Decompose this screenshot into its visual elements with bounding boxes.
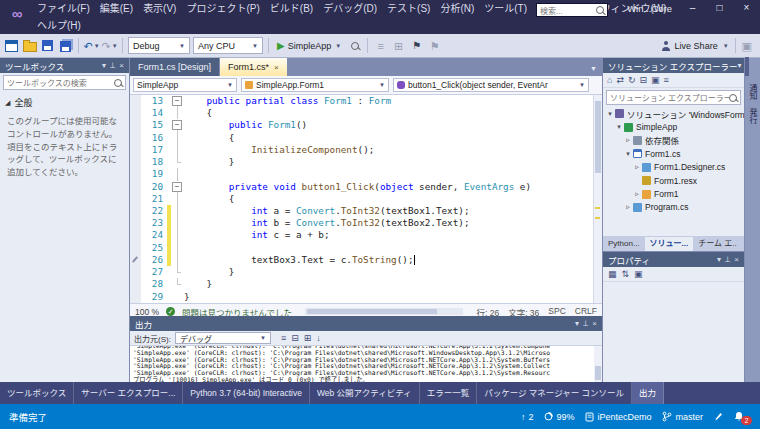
push-commits-button[interactable]: ↑2 xyxy=(521,412,534,422)
pin-icon[interactable]: ⟂ xyxy=(725,252,730,267)
code-line[interactable]: 22 int a = Convert.ToInt32(textBox1.Text… xyxy=(130,205,602,217)
menu-item[interactable]: ビルド(B) xyxy=(265,0,318,17)
tool-window-tab[interactable]: Python 3.7 (64-bit) Interactive xyxy=(183,382,310,404)
quick-search-box[interactable]: 検索... xyxy=(536,3,608,17)
code-line[interactable]: 29} xyxy=(130,291,602,303)
expand-arrow-icon[interactable]: ▹ xyxy=(633,190,641,198)
autohide-window-icon[interactable] xyxy=(747,57,749,76)
breakpoint-margin[interactable] xyxy=(130,132,141,144)
tool-window-tab[interactable]: エラー一覧 xyxy=(420,382,478,404)
chevron-down-icon[interactable]: ▾ xyxy=(102,58,106,73)
document-tab[interactable]: Form1.cs*× xyxy=(220,58,287,76)
bookmark-button[interactable]: ⚑ xyxy=(409,38,424,54)
menu-item[interactable]: デバッグ(D) xyxy=(318,0,382,17)
editor-scrollbar[interactable] xyxy=(593,95,602,303)
pin-icon[interactable]: ⟂ xyxy=(110,58,115,73)
expand-arrow-icon[interactable]: ▾ xyxy=(606,110,614,118)
refresh-icon[interactable]: ↻ xyxy=(628,75,636,85)
outline-margin[interactable] xyxy=(171,156,184,168)
scrollbar-thumb[interactable] xyxy=(595,366,601,380)
breakpoint-margin[interactable] xyxy=(130,119,141,131)
code-line[interactable]: 20 private void button1_Click(object sen… xyxy=(130,181,602,193)
start-debugging-button[interactable]: ▶ SimpleApp ▼ xyxy=(274,40,344,51)
tool-window-tab[interactable]: パッケージ マネージャー コンソール xyxy=(477,382,632,404)
outline-margin[interactable] xyxy=(171,107,184,119)
member-dropdown[interactable]: button1_Click(object sender, EventAr▼ xyxy=(393,78,589,92)
output-source-dropdown[interactable]: デバッグ▼ xyxy=(175,332,271,344)
expand-arrow-icon[interactable]: ▹ xyxy=(624,203,632,211)
breakpoint-margin[interactable] xyxy=(130,229,141,241)
chevron-down-icon[interactable]: ▾ xyxy=(737,58,741,73)
live-share-button[interactable]: Live Share xyxy=(675,41,718,51)
outline-margin[interactable] xyxy=(171,193,184,205)
performance-indicator[interactable]: 99% xyxy=(544,412,574,422)
code-line[interactable]: 15 public Form1() xyxy=(130,119,602,131)
breakpoint-margin[interactable] xyxy=(130,156,141,168)
tool-window-tab[interactable]: Web 公開アクティビティ xyxy=(310,382,420,404)
tree-item[interactable]: Form1.resx xyxy=(603,174,744,187)
pending-changes-button[interactable] xyxy=(714,412,723,422)
minimize-button[interactable]: – xyxy=(679,0,706,17)
home-icon[interactable]: ⌂ xyxy=(607,75,612,85)
outline-margin[interactable] xyxy=(171,181,184,193)
undo-button[interactable]: ↶▼ xyxy=(84,38,99,54)
collapse-all-icon[interactable]: ⊟ xyxy=(640,75,648,85)
code-line[interactable]: 16 { xyxy=(130,132,602,144)
outline-margin[interactable] xyxy=(171,119,184,131)
solution-configuration-dropdown[interactable]: Debug▼ xyxy=(128,37,190,54)
feedback-icon[interactable]: ▣ xyxy=(742,38,752,54)
properties-icon[interactable]: ≡ xyxy=(664,75,669,85)
panel-tab[interactable]: Python... xyxy=(603,237,645,251)
close-icon[interactable]: × xyxy=(592,316,597,331)
tool-window-tab[interactable]: サーバー エクスプロー... xyxy=(74,382,183,404)
close-icon[interactable]: × xyxy=(734,252,739,267)
code-line[interactable]: 21 { xyxy=(130,193,602,205)
tree-item[interactable]: ▹Program.cs xyxy=(603,201,744,214)
categorized-icon[interactable]: ▦ xyxy=(608,269,617,279)
notifications-button[interactable]: 2 xyxy=(734,411,750,422)
outline-margin[interactable] xyxy=(171,254,184,266)
menu-item[interactable]: テスト(S) xyxy=(382,0,435,17)
word-wrap-icon[interactable]: ⊞ xyxy=(304,333,312,343)
code-line[interactable]: 19 xyxy=(130,168,602,180)
expand-arrow-icon[interactable]: ▹ xyxy=(624,136,632,144)
find-message-icon[interactable]: ≡ xyxy=(281,333,286,343)
menu-item[interactable]: 分析(N) xyxy=(435,0,479,17)
tree-item[interactable]: ▾SimpleApp xyxy=(603,120,744,133)
bookmark-next-button[interactable]: ⚑ xyxy=(427,38,442,54)
breakpoint-margin[interactable] xyxy=(130,95,141,107)
code-line[interactable]: 13 public partial class Form1 : Form xyxy=(130,95,602,107)
maximize-button[interactable]: □ xyxy=(706,0,733,17)
outline-margin[interactable] xyxy=(171,242,184,254)
solution-search-input[interactable]: ソリューション エクスプローラー... xyxy=(606,90,741,105)
outline-margin[interactable] xyxy=(171,229,184,241)
breakpoint-margin[interactable] xyxy=(130,266,141,278)
menu-item[interactable]: プロジェクト(P) xyxy=(181,0,264,17)
scrollbar-thumb[interactable] xyxy=(595,101,601,173)
outline-margin[interactable] xyxy=(171,266,184,278)
horizontal-scrollbar[interactable] xyxy=(305,308,464,315)
breakpoint-margin[interactable] xyxy=(130,107,141,119)
tree-item[interactable]: ▹Form1 xyxy=(603,187,744,200)
type-dropdown[interactable]: SimpleApp.Form1▼ xyxy=(241,78,389,92)
expand-arrow-icon[interactable]: ▹ xyxy=(633,163,641,171)
code-line[interactable]: 24 int c = a + b; xyxy=(130,229,602,241)
menu-item[interactable]: ファイル(F) xyxy=(32,0,95,17)
alphabetical-icon[interactable]: ⇅ xyxy=(622,269,630,279)
output-console[interactable]: 'SimpleApp.exe' (CoreCLR: clrhost): 'C:\… xyxy=(130,346,602,382)
tree-item[interactable]: ▹Form1.Designer.cs xyxy=(603,161,744,174)
breakpoint-margin[interactable] xyxy=(130,144,141,156)
menu-item[interactable]: 編集(E) xyxy=(95,0,138,17)
chevron-down-icon[interactable]: ▾ xyxy=(575,316,579,331)
uncomment-button[interactable]: ⊞ xyxy=(391,38,406,54)
menu-item[interactable]: ツール(T) xyxy=(479,0,532,17)
new-form-button[interactable] xyxy=(4,38,19,54)
save-all-button[interactable] xyxy=(58,38,73,54)
tool-window-tab[interactable]: 出力 xyxy=(632,382,664,404)
breakpoint-margin[interactable] xyxy=(130,242,141,254)
breakpoint-margin[interactable] xyxy=(130,193,141,205)
outline-margin[interactable] xyxy=(171,168,184,180)
document-tab[interactable]: Form1.cs [Design] xyxy=(130,58,219,76)
outline-margin[interactable] xyxy=(171,217,184,229)
tab-overflow-chevron-icon[interactable]: ▼ xyxy=(590,65,602,76)
